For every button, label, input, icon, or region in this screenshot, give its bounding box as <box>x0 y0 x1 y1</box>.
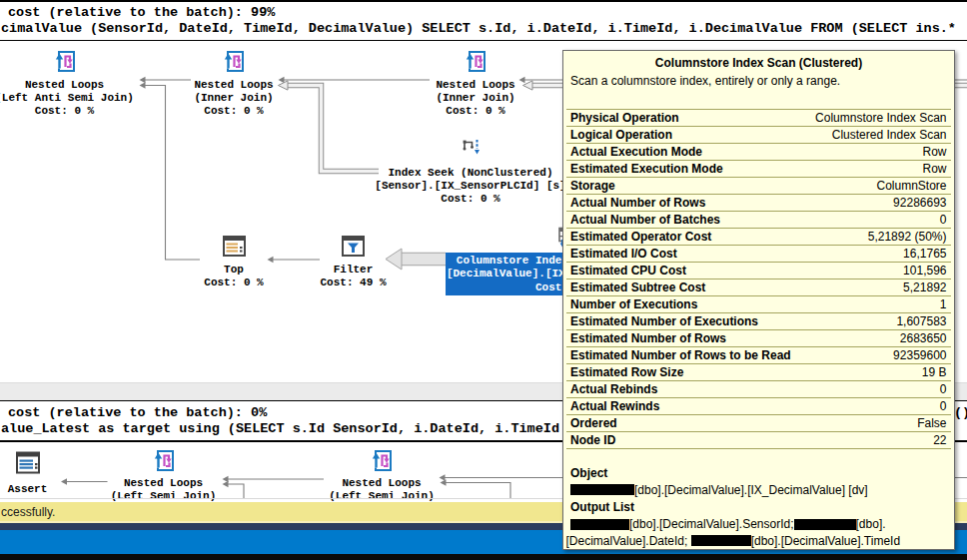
tooltip-row-value: Columnstore Index Scan <box>815 111 946 125</box>
node-label-nested-loops-inner-join-1[interactable]: Nested Loops (Inner Join) Cost: 0 % <box>194 79 273 119</box>
tooltip-row-label: Estimated Number of Executions <box>570 314 758 328</box>
tooltip-row-estimated-operator-cost: Estimated Operator Cost5,21892 (50%) <box>566 229 951 246</box>
tooltip-row-estimated-subtree-cost: Estimated Subtree Cost5,21892 <box>566 280 951 296</box>
output-list-text: [dbo].[DecimalValue].TimeId <box>751 534 900 548</box>
output-list-redacted <box>794 519 856 530</box>
tooltip-row-label: Node ID <box>570 433 615 447</box>
tooltip-row-estimated-execution-mode: Estimated Execution ModeRow <box>566 161 951 178</box>
node-label-index-seek[interactable]: Index Seek (NonClustered) [Sensor].[IX_S… <box>375 167 565 207</box>
tooltip-row-value: 22 <box>933 433 946 447</box>
screen-bottom-strip <box>0 554 967 560</box>
tooltip-row-value: Row <box>922 145 946 159</box>
tooltip-row-label: Actual Rewinds <box>570 399 659 413</box>
tooltip-row-label: Actual Number of Batches <box>570 213 720 227</box>
tooltip-row-label: Estimated Execution Mode <box>570 162 723 176</box>
tooltip-row-actual-execution-mode: Actual Execution ModeRow <box>566 144 951 161</box>
tooltip-row-value: Clustered Index Scan <box>832 128 947 142</box>
tooltip-row-value: 101,596 <box>903 264 946 278</box>
node-label-filter[interactable]: Filter Cost: 49 % <box>320 264 386 290</box>
node-label-nested-loops-inner-join-2[interactable]: Nested Loops (Inner Join) Cost: 0 % <box>436 79 514 119</box>
tooltip-row-value: 5,21892 (50%) <box>868 230 947 244</box>
output-list-text: [dbo]. <box>856 517 886 531</box>
tooltip-row-label: Estimated Operator Cost <box>570 230 711 244</box>
tooltip-row-label: Estimated Subtree Cost <box>570 280 705 294</box>
tooltip-output-list-line1: [dbo].[DecimalValue].SensorId;[dbo]. <box>570 517 886 531</box>
tooltip-row-label: Estimated Number of Rows to be Read <box>570 348 791 362</box>
tooltip-object-label: Object <box>570 466 607 480</box>
tooltip-row-value: 92286693 <box>893 196 946 210</box>
tooltip-row-value: ColumnStore <box>876 179 946 193</box>
tooltip-description: Scan a columnstore index, entirely or on… <box>570 74 840 88</box>
tooltip-row-estimated-number-of-executions: Estimated Number of Executions1,607583 <box>566 313 951 330</box>
object-value-text: [dbo].[DecimalValue].[IX_DecimalValue] [… <box>634 483 868 497</box>
ssms-execution-plan-window: cost (relative to the batch): 99% cimalV… <box>0 0 967 560</box>
tooltip-row-value: 0 <box>940 399 947 413</box>
filter-icon <box>342 236 365 261</box>
tooltip-row-value: 16,1765 <box>903 247 946 261</box>
nested-loops-icon <box>465 50 486 77</box>
tooltip-row-estimated-number-of-rows: Estimated Number of Rows2683650 <box>566 330 951 347</box>
top-icon <box>223 236 246 261</box>
output-list-redacted <box>570 519 629 530</box>
tooltip-row-value: 92359600 <box>893 348 946 362</box>
tooltip-row-actual-rewinds: Actual Rewinds0 <box>566 398 951 415</box>
tooltip-row-label: Number of Executions <box>570 297 697 311</box>
tooltip-row-logical-operation: Logical OperationClustered Index Scan <box>566 127 951 144</box>
nested-loops-icon <box>153 449 175 476</box>
node-label-nested-loops-left-semi-join-1[interactable]: Nested Loops (Left Semi Join) <box>111 477 217 504</box>
nested-loops-icon <box>223 50 245 77</box>
tooltip-row-value: False <box>917 416 946 430</box>
tooltip-properties-table: Physical OperationColumnstore Index Scan… <box>566 109 951 449</box>
operator-tooltip: Columnstore Index Scan (Clustered) Scan … <box>562 50 955 550</box>
tooltip-row-actual-rebinds: Actual Rebinds0 <box>566 381 951 398</box>
tooltip-row-value: 2683650 <box>900 331 947 345</box>
tooltip-row-label: Estimated I/O Cost <box>570 247 677 261</box>
node-label-top[interactable]: Top Cost: 0 % <box>204 264 263 290</box>
tooltip-row-physical-operation: Physical OperationColumnstore Index Scan <box>566 110 951 127</box>
tooltip-row-value: 19 B <box>922 365 947 379</box>
tooltip-row-value: 1 <box>940 297 947 311</box>
tooltip-row-value: 0 <box>940 382 947 396</box>
assert-icon <box>16 451 40 478</box>
tooltip-row-label: Actual Execution Mode <box>570 145 702 159</box>
tooltip-output-list-label: Output List <box>570 500 634 514</box>
tooltip-row-label: Estimated CPU Cost <box>570 264 686 278</box>
node-label-assert[interactable]: Assert <box>8 483 48 496</box>
nested-loops-icon <box>371 449 393 476</box>
index-seek-icon <box>461 138 482 164</box>
nested-loops-icon <box>54 50 76 77</box>
tooltip-row-label: Estimated Number of Rows <box>570 331 726 345</box>
tooltip-row-label: Estimated Row Size <box>570 365 683 379</box>
query-success-message: ccessfully. <box>1 505 55 519</box>
tooltip-row-actual-number-of-rows: Actual Number of Rows92286693 <box>566 195 951 212</box>
tooltip-row-number-of-executions: Number of Executions1 <box>566 296 951 313</box>
tooltip-object-value: [dbo].[DecimalValue].[IX_DecimalValue] [… <box>570 483 868 497</box>
tooltip-row-estimated-cpu-cost: Estimated CPU Cost101,596 <box>566 263 951 280</box>
output-list-text: [DecimalValue].DateId; <box>566 534 691 548</box>
tooltip-row-node-id: Node ID22 <box>566 432 951 449</box>
tooltip-row-value: 1,607583 <box>896 314 946 328</box>
tooltip-row-label: Actual Rebinds <box>570 382 657 396</box>
output-list-text: [dbo].[DecimalValue].SensorId; <box>629 517 794 531</box>
tooltip-row-value: Row <box>922 162 946 176</box>
node-label-nested-loops-left-anti-semi-join[interactable]: Nested Loops (Left Anti Semi Join) Cost:… <box>0 79 134 119</box>
tooltip-row-label: Storage <box>570 179 615 193</box>
tooltip-row-label: Ordered <box>570 416 617 430</box>
tooltip-row-value: 0 <box>940 213 947 227</box>
tooltip-row-label: Actual Number of Rows <box>570 196 705 210</box>
tooltip-row-actual-number-of-batches: Actual Number of Batches0 <box>566 212 951 229</box>
tooltip-row-label: Physical Operation <box>570 111 679 125</box>
tooltip-row-estimated-number-of-rows-to-be-read: Estimated Number of Rows to be Read92359… <box>566 347 951 364</box>
tooltip-row-label: Logical Operation <box>570 128 672 142</box>
tooltip-title: Columnstore Index Scan (Clustered) <box>563 56 954 70</box>
tooltip-row-estimated-row-size: Estimated Row Size19 B <box>566 364 951 381</box>
node-label-nested-loops-left-semi-join-2[interactable]: Nested Loops (Left Semi Join) <box>329 477 435 504</box>
output-list-redacted <box>691 535 751 546</box>
tooltip-row-storage: StorageColumnStore <box>566 178 951 195</box>
tooltip-row-value: 5,21892 <box>903 280 946 294</box>
tooltip-row-ordered: OrderedFalse <box>566 415 951 432</box>
object-value-redacted <box>570 484 634 495</box>
tooltip-output-list-line2: [DecimalValue].DateId; [dbo].[DecimalVal… <box>566 534 901 548</box>
tooltip-row-estimated-i-o-cost: Estimated I/O Cost16,1765 <box>566 246 951 263</box>
